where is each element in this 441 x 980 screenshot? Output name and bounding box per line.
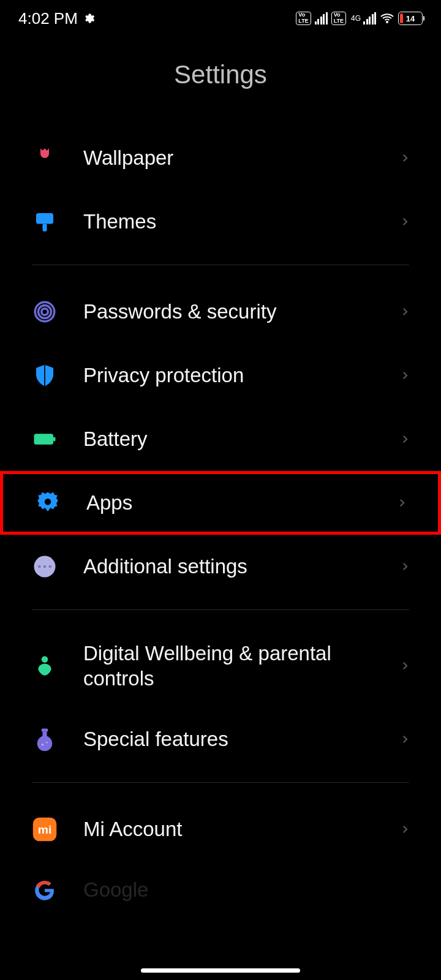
status-bar: 4:02 PM Vo LTE Vo LTE 4G 14 (0, 0, 441, 37)
settings-indicator-icon (83, 12, 95, 24)
setting-label: Mi Account (83, 816, 399, 842)
divider (32, 782, 409, 783)
chevron-right-icon (399, 821, 410, 838)
status-time: 4:02 PM (18, 9, 78, 28)
svg-point-12 (48, 565, 51, 568)
status-left: 4:02 PM (18, 9, 95, 28)
gear-badge-icon (35, 490, 61, 516)
setting-label: Themes (83, 209, 399, 234)
shield-icon (32, 363, 58, 388)
divider (32, 609, 409, 610)
setting-label: Special features (83, 726, 399, 752)
setting-label: Google (83, 877, 410, 902)
setting-label: Additional settings (83, 554, 399, 579)
svg-rect-2 (43, 224, 47, 232)
svg-point-10 (38, 565, 41, 568)
dots-icon (32, 554, 58, 579)
battery-icon (32, 426, 58, 452)
svg-rect-6 (34, 434, 54, 445)
status-right: Vo LTE Vo LTE 4G 14 (296, 11, 423, 26)
chevron-right-icon (399, 149, 410, 167)
page-title: Settings (0, 37, 441, 126)
setting-label: Digital Wellbeing & parental controls (83, 641, 399, 692)
network-type: 4G (351, 15, 361, 22)
svg-rect-14 (42, 728, 48, 731)
setting-item-apps[interactable]: Apps (0, 471, 441, 535)
flask-icon (32, 726, 58, 752)
chevron-right-icon (396, 494, 407, 511)
tulip-icon (32, 145, 58, 171)
battery-icon: 14 (398, 12, 423, 25)
volte-icon: Vo LTE (331, 12, 346, 25)
battery-level: 14 (406, 14, 415, 23)
chevron-right-icon (399, 213, 410, 230)
setting-item-additional[interactable]: Additional settings (0, 535, 441, 598)
svg-point-8 (45, 499, 51, 505)
svg-point-4 (39, 306, 51, 318)
svg-point-16 (46, 742, 47, 743)
svg-point-5 (42, 309, 48, 315)
volte-icon: Vo LTE (296, 12, 311, 25)
svg-point-0 (386, 21, 388, 23)
setting-item-special[interactable]: Special features (0, 707, 441, 771)
google-icon (32, 877, 58, 903)
chevron-right-icon (399, 303, 410, 320)
setting-label: Apps (86, 490, 396, 515)
setting-label: Wallpaper (83, 145, 399, 170)
setting-item-privacy[interactable]: Privacy protection (0, 344, 441, 407)
setting-label: Privacy protection (83, 363, 399, 388)
setting-label: Passwords & security (83, 299, 399, 324)
chevron-right-icon (399, 431, 410, 448)
signal-icon (315, 12, 328, 24)
svg-text:mi: mi (38, 823, 51, 836)
setting-item-wellbeing[interactable]: Digital Wellbeing & parental controls (0, 625, 441, 707)
setting-item-themes[interactable]: Themes (0, 190, 441, 254)
svg-rect-1 (36, 213, 53, 224)
fingerprint-icon (32, 299, 58, 325)
person-heart-icon (32, 653, 58, 679)
svg-point-11 (43, 565, 47, 568)
setting-item-google[interactable]: Google (0, 861, 441, 903)
wifi-icon (380, 11, 394, 26)
chevron-right-icon (399, 558, 410, 575)
mi-icon: mi (32, 816, 58, 842)
settings-list: Wallpaper Themes Passwords & security Pr… (0, 126, 441, 903)
svg-rect-7 (53, 437, 56, 442)
svg-point-13 (42, 657, 48, 663)
setting-item-passwords[interactable]: Passwords & security (0, 280, 441, 344)
nav-bar-indicator[interactable] (141, 968, 300, 973)
divider (32, 265, 409, 265)
brush-icon (32, 209, 58, 235)
setting-item-mi-account[interactable]: mi Mi Account (0, 797, 441, 861)
setting-item-wallpaper[interactable]: Wallpaper (0, 126, 441, 190)
chevron-right-icon (399, 657, 410, 674)
setting-item-battery[interactable]: Battery (0, 407, 441, 471)
chevron-right-icon (399, 367, 410, 384)
chevron-right-icon (399, 731, 410, 748)
svg-point-15 (42, 744, 44, 746)
signal-icon (363, 12, 376, 24)
setting-label: Battery (83, 426, 399, 451)
